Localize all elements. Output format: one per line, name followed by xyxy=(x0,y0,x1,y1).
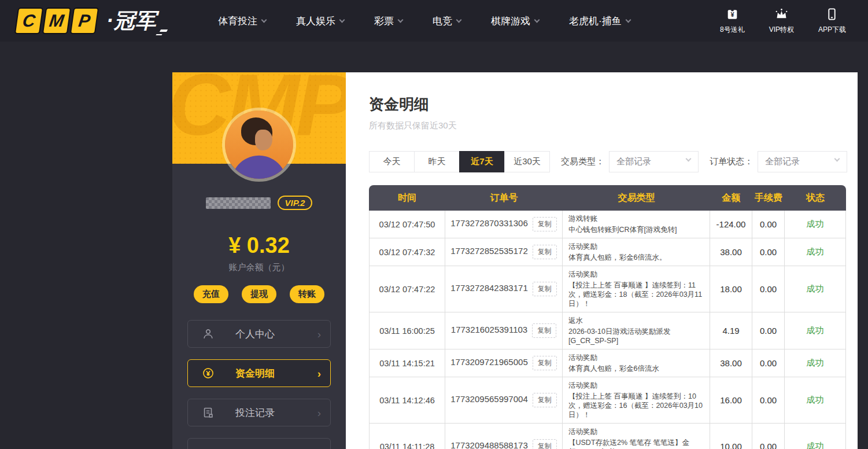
table-row: 03/11 14:15:21 1773209721965005复制 活动奖励 体… xyxy=(369,349,846,377)
transaction-type: 活动奖励 xyxy=(568,427,704,437)
wallet-action-button[interactable]: 充值 xyxy=(194,285,228,303)
username-censored xyxy=(206,197,271,209)
table-header-cell: 时间 xyxy=(369,185,445,211)
date-range-tab[interactable]: 昨天 xyxy=(414,151,460,172)
table-header-cell: 金额 xyxy=(710,185,752,211)
nav-menu-item[interactable]: 电竞 xyxy=(418,0,476,42)
cell-order: 1773216025391103复制 xyxy=(445,312,563,349)
table-header-cell: 手续费 xyxy=(752,185,785,211)
date-range-tabs: 今天 昨天 近7天 近30天 xyxy=(369,151,550,172)
tab-label: 近7天 xyxy=(471,156,493,167)
cell-fee: 0.00 xyxy=(752,238,785,266)
order-status-filter: 订单状态： 全部记录 xyxy=(710,151,847,172)
transaction-type: 活动奖励 xyxy=(568,353,704,363)
copy-button[interactable]: 复制 xyxy=(533,393,557,407)
sidebar-menu: 个人中心 › 资金明细 › 投注记录 › xyxy=(187,320,331,449)
sidebar-item-partial[interactable] xyxy=(187,438,331,449)
wallet-action-button[interactable]: 转账 xyxy=(290,285,324,303)
gift-yuan-icon: ¥ xyxy=(725,7,740,21)
order-status-select[interactable]: 全部记录 xyxy=(758,151,847,172)
sidebar-item-personal-center[interactable]: 个人中心 › xyxy=(187,320,331,348)
cell-status: 成功 xyxy=(785,349,846,377)
date-range-tab[interactable]: 今天 xyxy=(369,151,415,172)
page-subtitle: 所有数据只保留近30天 xyxy=(369,120,858,131)
cell-order: 1773209565997004复制 xyxy=(445,377,563,424)
cell-order: 1773272870331306复制 xyxy=(445,211,563,238)
quick-links: ¥ 8号送礼 VIP特权 APP下载 xyxy=(720,7,846,35)
transaction-description: 体育真人包赔，彩金6倍流水 xyxy=(568,364,704,373)
nav-menu-label: 电竞 xyxy=(433,14,452,28)
chevron-right-icon: › xyxy=(317,407,321,418)
wallet-action-button[interactable]: 提现 xyxy=(242,285,276,303)
copy-button[interactable]: 复制 xyxy=(533,245,557,259)
tab-label: 昨天 xyxy=(429,156,446,167)
sidebar-item-bet-records[interactable]: 投注记录 › xyxy=(187,399,331,426)
main-nav: 体育投注 真人娱乐 彩票 电竞 棋牌游戏 老虎机·捕鱼 xyxy=(203,0,645,42)
filter-label: 交易类型： xyxy=(561,156,604,167)
copy-button[interactable]: 复制 xyxy=(533,356,557,370)
top-nav: C M P ·冠军 体育投注 真人娱乐 彩票 电竞 棋牌游戏 老虎机·捕鱼 xyxy=(0,0,868,42)
nav-menu-item[interactable]: 体育投注 xyxy=(203,0,281,42)
cell-time: 03/11 14:15:21 xyxy=(369,349,445,377)
copy-button[interactable]: 复制 xyxy=(533,439,557,449)
copy-button[interactable]: 复制 xyxy=(533,217,557,231)
filter-bar: 今天 昨天 近7天 近30天 交易类型： 全部记录 订单状态： 全部记录 xyxy=(369,151,858,172)
chevron-down-icon xyxy=(686,156,692,162)
vip-link[interactable]: VIP特权 xyxy=(769,7,794,35)
transaction-type-select[interactable]: 全部记录 xyxy=(609,151,699,172)
table-header-cell: 订单号 xyxy=(445,185,563,211)
nav-menu-label: 体育投注 xyxy=(218,14,257,28)
chevron-down-icon xyxy=(261,17,267,23)
order-number: 1773209721965005 xyxy=(450,357,527,367)
nav-menu-item[interactable]: 老虎机·捕鱼 xyxy=(554,0,645,42)
balance-label: 账户余额（元） xyxy=(172,262,346,273)
nav-menu-label: 棋牌游戏 xyxy=(491,14,530,28)
table-row: 03/11 16:00:25 1773216025391103复制 返水 202… xyxy=(369,312,846,349)
table-header-row: 时间订单号交易类型金额手续费状态 xyxy=(369,185,846,211)
gift-link[interactable]: ¥ 8号送礼 xyxy=(720,7,745,35)
cell-transaction-type: 活动奖励 体育真人包赔，彩金6倍流水。 xyxy=(563,238,710,266)
nav-menu-item[interactable]: 真人娱乐 xyxy=(281,0,359,42)
cell-order: 1773209721965005复制 xyxy=(445,349,563,377)
cell-amount: 38.00 xyxy=(710,349,752,377)
cell-transaction-type: 返水 2026-03-10日游戏活动奖励派发[G_CR_SP-SP] xyxy=(563,312,710,349)
table-row: 03/12 07:47:22 1773272842383171复制 活动奖励 【… xyxy=(369,266,846,312)
table-row: 03/11 14:11:28 1773209488588173复制 活动奖励 【… xyxy=(369,424,846,449)
date-range-tab[interactable]: 近30天 xyxy=(504,151,550,172)
transaction-description: 【投注上上签 百事顺遂 】连续签到：11次，赠送彩金：18（截至：2026年03… xyxy=(568,281,704,308)
copy-button[interactable]: 复制 xyxy=(532,323,556,338)
generic-icon xyxy=(202,446,215,449)
chevron-down-icon xyxy=(625,17,631,23)
nav-menu-item[interactable]: 彩票 xyxy=(359,0,418,42)
nav-menu-item[interactable]: 棋牌游戏 xyxy=(476,0,554,42)
select-value: 全部记录 xyxy=(765,156,800,167)
cell-time: 03/11 14:12:46 xyxy=(369,377,445,424)
logo-text: ·冠军 xyxy=(106,7,167,35)
cell-fee: 0.00 xyxy=(752,266,785,312)
sidebar-item-funds-detail[interactable]: 资金明细 › xyxy=(187,359,331,387)
user-row: VIP.2 xyxy=(172,196,346,210)
cell-status: 成功 xyxy=(785,266,846,312)
chevron-down-icon xyxy=(834,156,840,162)
sidebar-item-label: 资金明细 xyxy=(235,367,275,380)
cell-transaction-type: 活动奖励 【投注上上签 百事顺遂 】连续签到：10次，赠送彩金：16（截至：20… xyxy=(563,377,710,424)
copy-button[interactable]: 复制 xyxy=(533,282,557,296)
chevron-down-icon xyxy=(534,17,540,23)
transaction-type: 游戏转账 xyxy=(568,214,704,224)
sidebar: CMP VIP.2 ¥ 0.32 账户余额（元） 充值提现转账 个人中心 › 资… xyxy=(172,72,346,449)
filter-label: 订单状态： xyxy=(710,156,753,167)
chevron-down-icon xyxy=(398,17,404,23)
brand-logo[interactable]: C M P ·冠军 xyxy=(16,7,167,35)
date-range-tab[interactable]: 近7天 xyxy=(459,151,505,172)
cell-time: 03/11 14:11:28 xyxy=(369,424,445,449)
order-number: 1773209488588173 xyxy=(450,440,527,449)
content-panel: 资金明细 所有数据只保留近30天 今天 昨天 近7天 近30天 交易类型： 全部… xyxy=(346,72,858,449)
person-icon xyxy=(202,327,215,340)
quick-link-label: 8号送礼 xyxy=(720,25,745,35)
app-download-link[interactable]: APP下载 xyxy=(818,7,846,35)
table-body: 03/12 07:47:50 1773272870331306复制 游戏转账 中… xyxy=(369,211,846,449)
transaction-description: 中心钱包转账到CR体育[游戏免转] xyxy=(568,225,704,234)
order-number: 1773209565997004 xyxy=(450,394,527,404)
cell-order: 1773272852535172复制 xyxy=(445,238,563,266)
avatar[interactable] xyxy=(225,111,293,179)
